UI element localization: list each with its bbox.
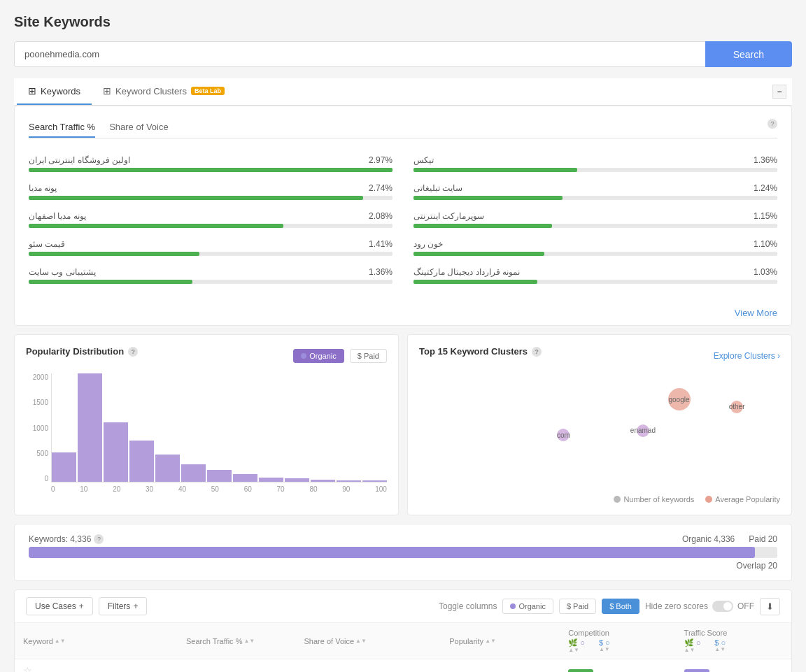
- legend-item: Average Popularity: [705, 495, 780, 503]
- y-axis-label: 1000: [26, 424, 48, 432]
- th-share-of-voice: Share of Voice ▲▼: [296, 623, 441, 659]
- keyword-item: سوپرمارکت اینترنتی 1.15%: [413, 206, 777, 234]
- toggle-knob: [723, 602, 732, 610]
- y-axis-label: 500: [26, 450, 48, 457]
- th-popularity: Popularity ▲▼: [441, 623, 560, 659]
- kw-bar: [29, 196, 363, 200]
- keyword-item: سایت تبلیغاتی 1.24%: [413, 178, 777, 206]
- score-badge-organic: 76: [684, 669, 709, 672]
- bubble-chart: googleothercomenamad: [419, 373, 780, 492]
- popularity-chart-title: Popularity Distribution ?: [26, 346, 138, 357]
- search-button[interactable]: Search: [705, 41, 792, 67]
- kw-bar: [29, 280, 192, 284]
- kw-bar-bg: [29, 224, 393, 228]
- comp-badge-organic: 44: [568, 669, 593, 672]
- td-popularity: 26: [441, 659, 560, 673]
- tab-keywords[interactable]: ⊞ Keywords: [17, 78, 92, 105]
- star-icon[interactable]: ☆: [23, 665, 32, 672]
- keywords-grid: اولین فروشگاه اینترنتی ایران 2.97% پونه …: [29, 150, 777, 289]
- kw-name: پونه مدیا: [29, 183, 57, 193]
- tab-keyword-clusters[interactable]: ⊞ Keyword Clusters Beta Lab: [92, 78, 236, 105]
- kw-bar: [413, 280, 537, 284]
- legend-label: Number of keywords: [623, 495, 694, 503]
- paid-toggle-btn[interactable]: $ Paid: [559, 599, 596, 614]
- x-axis-label: 70: [277, 485, 285, 499]
- cluster-bubble: google: [668, 388, 691, 410]
- collapse-button[interactable]: −: [772, 85, 786, 99]
- x-axis-label: 0: [51, 485, 55, 499]
- hist-bar: [337, 480, 361, 482]
- search-input[interactable]: [14, 41, 705, 67]
- hist-bar: [52, 452, 76, 482]
- legend-item: Number of keywords: [614, 495, 694, 503]
- kw-name: تیکس: [413, 155, 434, 165]
- legend-dot: [614, 496, 621, 503]
- both-toggle-btn[interactable]: $ Both: [602, 599, 639, 614]
- traffic-tab-voice[interactable]: Share of Voice: [109, 117, 169, 138]
- kw-name: اولین فروشگاه اینترنتی ایران: [29, 155, 130, 165]
- hist-bars: [51, 373, 387, 482]
- keyword-item: تیکس 1.36%: [413, 150, 777, 178]
- download-button[interactable]: ⬇: [760, 598, 780, 615]
- organic-count-label: Organic 4,336: [682, 534, 735, 544]
- popularity-chart-card: Popularity Distribution ? Organic $ Paid…: [14, 334, 399, 515]
- kw-name: پونه مدیا اصفهان: [29, 211, 86, 221]
- td-comp-paid: -: [618, 659, 676, 673]
- keyword-item: پشتیبانی وب سایت 1.36%: [29, 262, 393, 289]
- table-header-row: Keyword ▲▼ Search Traffic % ▲▼ Share of …: [15, 623, 791, 659]
- keyword-item: پونه مدیا 2.74%: [29, 178, 393, 206]
- keywords-count: Keywords: 4,336 ?: [29, 534, 104, 544]
- toolbar-left: Use Cases + Filters +: [26, 597, 147, 615]
- th-competition: Competition 🌿 ○ ▲▼ $ ○ ▲▼: [560, 623, 675, 659]
- th-traffic-score: Traffic Score 🌿 ○ ▲▼ $ ○ ▲▼: [676, 623, 791, 659]
- organic-toggle-dot: [510, 603, 516, 609]
- score-paid-sub: $ ○ ▲▼: [714, 638, 726, 653]
- hist-bar: [259, 478, 283, 482]
- sort-arrows-popularity[interactable]: ▲▼: [485, 638, 496, 644]
- kw-bar: [29, 224, 283, 228]
- kw-pct: 1.36%: [369, 267, 393, 277]
- td-comp-organic: 44: [560, 659, 618, 673]
- sort-arrows-keyword[interactable]: ▲▼: [55, 638, 66, 644]
- legend-label: Average Popularity: [715, 495, 780, 503]
- charts-row: Popularity Distribution ? Organic $ Paid…: [14, 334, 792, 515]
- grid-icon: ⊞: [28, 85, 36, 96]
- traffic-tabs: Search Traffic % Share of Voice ?: [29, 117, 777, 138]
- organic-toggle[interactable]: Organic: [293, 349, 344, 363]
- clusters-info-icon: ?: [532, 347, 542, 357]
- explore-clusters-link[interactable]: Explore Clusters ›: [714, 351, 780, 361]
- view-more-link[interactable]: View More: [15, 301, 791, 325]
- filters-button[interactable]: Filters +: [99, 597, 148, 615]
- x-axis-label: 30: [146, 485, 153, 499]
- kw-pct: 1.36%: [754, 155, 777, 165]
- kw-name: سوپرمارکت اینترنتی: [413, 211, 484, 221]
- toggle-switch[interactable]: [712, 601, 733, 612]
- paid-toggle[interactable]: $ Paid: [350, 349, 387, 363]
- keyword-item: قیمت سئو 1.41%: [29, 234, 393, 262]
- kw-bar: [29, 252, 199, 256]
- score-organic-sub: 🌿 ○ ▲▼: [684, 638, 701, 653]
- hist-bar: [285, 478, 309, 482]
- kw-bar-bg: [413, 196, 777, 200]
- traffic-tab-search[interactable]: Search Traffic %: [29, 117, 95, 138]
- kw-pct: 1.15%: [754, 211, 777, 221]
- x-axis-label: 80: [309, 485, 317, 499]
- kw-name: خون رود: [413, 239, 443, 249]
- hide-zero-toggle[interactable]: Hide zero scores OFF: [645, 601, 754, 612]
- overlap-label: Overlap 20: [736, 561, 777, 571]
- sort-arrows-voice[interactable]: ▲▼: [355, 638, 367, 644]
- td-keyword: ☆ اولین فروشگاه اینترنتی ایران: [15, 659, 178, 673]
- legend-dot: [705, 496, 712, 503]
- x-axis: 0102030405060708090100: [51, 482, 387, 499]
- table-section: Use Cases + Filters + Toggle columns Org…: [14, 589, 792, 672]
- clusters-chart-card: Top 15 Keyword Clusters ? Explore Cluste…: [407, 334, 792, 515]
- hist-bar: [78, 373, 102, 482]
- th-keyword: Keyword ▲▼: [15, 623, 178, 659]
- sort-arrows-traffic[interactable]: ▲▼: [243, 638, 255, 644]
- organic-toggle-btn[interactable]: Organic: [502, 599, 553, 614]
- use-cases-button[interactable]: Use Cases +: [26, 597, 93, 615]
- kw-name: پشتیبانی وب سایت: [29, 267, 96, 277]
- data-table: Keyword ▲▼ Search Traffic % ▲▼ Share of …: [15, 623, 791, 672]
- x-axis-label: 50: [211, 485, 219, 499]
- toggle-columns-label: Toggle columns: [439, 601, 497, 611]
